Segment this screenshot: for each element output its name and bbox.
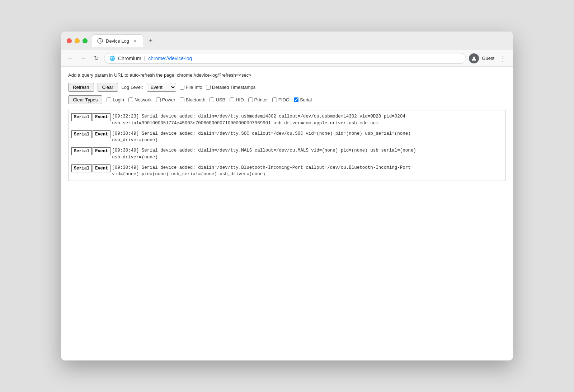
browser-name: Chromium	[118, 56, 141, 61]
type-label-login: Login	[113, 97, 124, 102]
url-separator: |	[144, 56, 146, 61]
browser-menu-button[interactable]: ⋮	[497, 53, 509, 64]
file-info-label: File Info	[186, 85, 202, 90]
log-message: [09:30:49] Serial device added: dialin=/…	[112, 130, 411, 144]
type-label-hid: HID	[236, 97, 244, 102]
log-type-badge: Serial	[71, 113, 92, 121]
titlebar: Device Log × +	[61, 32, 513, 50]
type-checkboxes-container: LoginNetworkPowerBluetoothUSBHIDPrinterF…	[107, 97, 312, 102]
tab-title: Device Log	[106, 38, 129, 44]
types-row: Clear Types LoginNetworkPowerBluetoothUS…	[68, 95, 506, 104]
type-checkbox-network[interactable]	[128, 97, 133, 102]
type-checkbox-power[interactable]	[156, 97, 161, 102]
log-level-select[interactable]: Event Debug User Warning Error	[147, 83, 176, 92]
clear-types-button[interactable]: Clear Types	[68, 95, 102, 104]
profile-area: Guest ⋮	[469, 53, 509, 64]
type-label-printer: Printer	[254, 97, 268, 102]
type-checkbox-login[interactable]	[107, 97, 111, 102]
type-checkbox-bluetooth[interactable]	[180, 97, 184, 102]
log-level-badge: Event	[93, 147, 110, 155]
forward-button[interactable]: →	[78, 53, 88, 63]
profile-label: Guest	[482, 56, 494, 61]
type-checkbox-label-bluetooth[interactable]: Bluetooth	[180, 97, 206, 102]
security-icon: 🌐	[109, 56, 115, 61]
tab-favicon-icon	[97, 38, 103, 44]
log-entry-header: SerialEvent[09:30:49] Serial device adde…	[71, 147, 503, 161]
type-checkbox-label-fido[interactable]: FIDO	[272, 97, 290, 102]
back-button[interactable]: ←	[65, 53, 75, 63]
type-checkbox-label-network[interactable]: Network	[128, 97, 152, 102]
type-label-network: Network	[135, 97, 152, 102]
type-checkbox-fido[interactable]	[272, 97, 277, 102]
log-type-badge: Serial	[71, 147, 92, 155]
navbar: ← → ↻ 🌐 Chromium | chrome://device-log G…	[61, 50, 513, 67]
tab-bar: Device Log × +	[92, 34, 507, 47]
type-checkbox-label-usb[interactable]: USB	[210, 97, 225, 102]
page-content: Add a query param in URL to auto-refresh…	[61, 67, 513, 360]
type-label-bluetooth: Bluetooth	[186, 97, 206, 102]
detailed-timestamps-checkbox-label[interactable]: Detailed Timestamps	[206, 85, 255, 90]
refresh-button[interactable]: Refresh	[68, 83, 94, 92]
log-type-badge: Serial	[71, 130, 92, 138]
tab-close-button[interactable]: ×	[132, 38, 138, 44]
detailed-timestamps-label: Detailed Timestamps	[212, 85, 255, 90]
type-checkbox-usb[interactable]	[210, 97, 214, 102]
type-checkbox-label-printer[interactable]: Printer	[248, 97, 268, 102]
controls-row: Refresh Clear Log Level: Event Debug Use…	[68, 83, 506, 92]
profile-icon[interactable]	[469, 53, 479, 63]
traffic-lights	[67, 38, 88, 43]
hint-text: Add a query param in URL to auto-refresh…	[68, 72, 506, 78]
log-message: [09:30:49] Serial device added: dialin=/…	[112, 147, 416, 161]
type-label-power: Power	[162, 97, 175, 102]
log-entry: SerialEvent[09:30:49] Serial device adde…	[71, 130, 503, 144]
new-tab-button[interactable]: +	[145, 35, 156, 46]
log-level-badge: Event	[93, 130, 110, 138]
type-checkbox-label-hid[interactable]: HID	[230, 97, 244, 102]
log-entry: SerialEvent[09:30:49] Serial device adde…	[71, 164, 503, 178]
maximize-window-button[interactable]	[83, 38, 88, 43]
type-label-serial: Serial	[300, 97, 312, 102]
log-entry: SerialEvent[09:32:23] Serial device adde…	[71, 113, 503, 127]
active-tab[interactable]: Device Log ×	[92, 34, 143, 47]
close-window-button[interactable]	[67, 38, 72, 43]
file-info-checkbox[interactable]	[180, 85, 184, 90]
log-entry-header: SerialEvent[09:32:23] Serial device adde…	[71, 113, 503, 127]
file-info-checkbox-label[interactable]: File Info	[180, 85, 202, 90]
log-type-badge: Serial	[71, 164, 92, 172]
type-checkbox-serial[interactable]	[294, 97, 298, 102]
log-entry-header: SerialEvent[09:30:49] Serial device adde…	[71, 130, 503, 144]
browser-window: Device Log × + ← → ↻ 🌐 Chromium | chrome…	[61, 32, 513, 360]
log-message: [09:30:49] Serial device added: dialin=/…	[112, 164, 411, 178]
log-entry-header: SerialEvent[09:30:49] Serial device adde…	[71, 164, 503, 178]
type-checkbox-printer[interactable]	[248, 97, 253, 102]
type-checkbox-label-login[interactable]: Login	[107, 97, 124, 102]
reload-button[interactable]: ↻	[91, 53, 101, 63]
minimize-window-button[interactable]	[75, 38, 80, 43]
type-checkbox-label-power[interactable]: Power	[156, 97, 175, 102]
log-level-badge: Event	[93, 113, 110, 121]
log-message: [09:32:23] Serial device added: dialin=/…	[112, 113, 405, 127]
type-label-usb: USB	[216, 97, 225, 102]
address-bar[interactable]: 🌐 Chromium | chrome://device-log	[104, 53, 466, 64]
url-text: chrome://device-log	[148, 56, 192, 61]
log-entry: SerialEvent[09:30:49] Serial device adde…	[71, 147, 503, 161]
log-level-label: Log Level:	[122, 85, 143, 90]
clear-button[interactable]: Clear	[98, 83, 118, 92]
type-label-fido: FIDO	[278, 97, 290, 102]
type-checkbox-label-serial[interactable]: Serial	[294, 97, 312, 102]
log-level-badge: Event	[93, 164, 110, 172]
detailed-timestamps-checkbox[interactable]	[206, 85, 211, 90]
type-checkbox-hid[interactable]	[230, 97, 234, 102]
log-area: SerialEvent[09:32:23] Serial device adde…	[68, 110, 506, 181]
